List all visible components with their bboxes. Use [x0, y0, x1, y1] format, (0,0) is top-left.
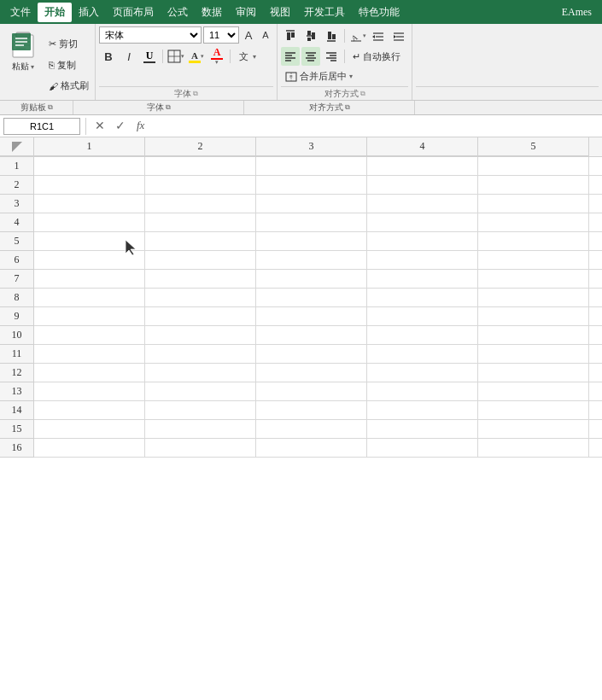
grid-cell[interactable]: [256, 364, 367, 382]
grid-cell[interactable]: [256, 345, 367, 364]
grid-cell[interactable]: [367, 157, 478, 176]
grid-cell-extra[interactable]: [589, 195, 602, 213]
grid-cell[interactable]: [478, 157, 589, 176]
grid-cell-extra[interactable]: [589, 232, 602, 251]
grid-cell[interactable]: [478, 326, 589, 345]
grid-cell[interactable]: [478, 213, 589, 232]
grid-cell[interactable]: [34, 213, 145, 232]
decrease-indent-button[interactable]: [369, 26, 388, 45]
grid-cell[interactable]: [145, 345, 256, 364]
font-section-expand[interactable]: ⧉: [193, 90, 198, 98]
grid-cell[interactable]: [367, 364, 478, 382]
grid-cell[interactable]: [34, 232, 145, 251]
menu-data[interactable]: 数据: [195, 3, 229, 22]
grid-cell[interactable]: [367, 213, 478, 232]
grid-cell[interactable]: [256, 251, 367, 270]
row-header-13[interactable]: 13: [0, 382, 34, 401]
row-header-3[interactable]: 3: [0, 195, 34, 213]
col-header-3[interactable]: 3: [256, 137, 367, 156]
font-color-button[interactable]: A ▾: [207, 45, 226, 67]
bold-button[interactable]: B: [99, 47, 118, 66]
col-header-4[interactable]: 4: [367, 137, 478, 156]
row-header-14[interactable]: 14: [0, 401, 34, 420]
grid-cell[interactable]: [145, 213, 256, 232]
grid-cell[interactable]: [256, 232, 367, 251]
col-header-2[interactable]: 2: [145, 137, 256, 156]
wen-button[interactable]: 文: [234, 49, 253, 65]
grid-cell[interactable]: [367, 251, 478, 270]
align-top-button[interactable]: [281, 26, 300, 45]
grid-cell[interactable]: [34, 345, 145, 364]
font-decrease-button[interactable]: A: [258, 27, 273, 43]
grid-cell[interactable]: [367, 289, 478, 307]
grid-cell[interactable]: [145, 364, 256, 382]
menu-review[interactable]: 审阅: [229, 3, 263, 22]
grid-cell[interactable]: [256, 420, 367, 439]
grid-cell[interactable]: [367, 176, 478, 195]
menu-home[interactable]: 开始: [38, 3, 72, 22]
grid-cell-extra[interactable]: [589, 420, 602, 439]
grid-cell[interactable]: [256, 382, 367, 401]
merge-center-button[interactable]: ≡ 合并后居中 ▾: [281, 68, 357, 85]
grid-cell[interactable]: [145, 270, 256, 289]
grid-cell[interactable]: [478, 401, 589, 420]
grid-cell[interactable]: [367, 270, 478, 289]
col-header-5[interactable]: 5: [478, 137, 589, 156]
grid-cell[interactable]: [256, 157, 367, 176]
align-bottom-button[interactable]: [322, 26, 341, 45]
name-box[interactable]: [3, 118, 80, 135]
grid-cell[interactable]: [367, 195, 478, 213]
grid-cell[interactable]: [34, 382, 145, 401]
grid-cell[interactable]: [478, 251, 589, 270]
row-header-6[interactable]: 6: [0, 251, 34, 270]
grid-cell[interactable]: [34, 307, 145, 326]
align-center-button[interactable]: [301, 47, 320, 66]
grid-cell[interactable]: [145, 382, 256, 401]
font-expand-btn[interactable]: ⧉: [166, 103, 171, 112]
grid-cell[interactable]: [256, 439, 367, 458]
grid-cell[interactable]: [367, 401, 478, 420]
menu-special[interactable]: 特色功能: [352, 3, 406, 22]
font-size-select[interactable]: 11: [203, 26, 239, 44]
cancel-formula-button[interactable]: ✕: [91, 118, 108, 135]
grid-cell[interactable]: [34, 420, 145, 439]
grid-cell[interactable]: [145, 251, 256, 270]
grid-cell[interactable]: [478, 382, 589, 401]
grid-cell[interactable]: [478, 345, 589, 364]
row-header-12[interactable]: 12: [0, 364, 34, 382]
grid-cell[interactable]: [145, 232, 256, 251]
format-painter-button[interactable]: 🖌 格式刷: [46, 79, 91, 93]
grid-cell[interactable]: [478, 307, 589, 326]
grid-cell[interactable]: [145, 401, 256, 420]
grid-cell[interactable]: [34, 439, 145, 458]
fx-button[interactable]: fx: [132, 118, 158, 135]
grid-cell-extra[interactable]: [589, 326, 602, 345]
grid-cell[interactable]: [145, 420, 256, 439]
grid-cell[interactable]: [145, 176, 256, 195]
grid-cell[interactable]: [145, 439, 256, 458]
grid-cell[interactable]: [34, 195, 145, 213]
grid-cell[interactable]: [478, 176, 589, 195]
grid-cell[interactable]: [256, 195, 367, 213]
wrap-text-button[interactable]: ↵ 自动换行: [348, 49, 405, 65]
grid-cell-extra[interactable]: [589, 157, 602, 176]
grid-cell[interactable]: [478, 289, 589, 307]
grid-cell[interactable]: [367, 345, 478, 364]
grid-cell-extra[interactable]: [589, 364, 602, 382]
grid-cell-extra[interactable]: [589, 270, 602, 289]
row-header-2[interactable]: 2: [0, 176, 34, 195]
borders-button[interactable]: ▾: [167, 47, 185, 66]
menu-insert[interactable]: 插入: [72, 3, 106, 22]
formula-input[interactable]: [161, 118, 599, 135]
grid-cell-extra[interactable]: [589, 213, 602, 232]
grid-cell[interactable]: [145, 326, 256, 345]
cut-button[interactable]: ✂ 剪切: [46, 37, 91, 51]
grid-cell[interactable]: [367, 420, 478, 439]
grid-cell[interactable]: [145, 289, 256, 307]
grid-cell[interactable]: [34, 364, 145, 382]
grid-cell[interactable]: [145, 157, 256, 176]
grid-cell[interactable]: [367, 307, 478, 326]
grid-cell[interactable]: [256, 326, 367, 345]
underline-button[interactable]: U: [140, 49, 159, 65]
grid-cell-extra[interactable]: [589, 345, 602, 364]
